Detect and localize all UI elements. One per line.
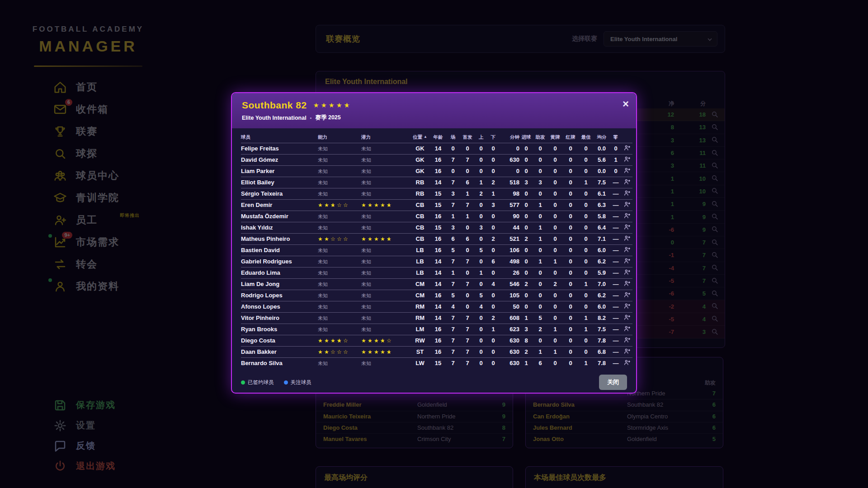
player-row[interactable]: Ishak Yıldız未知未知CB15303044010006.4— <box>241 222 632 233</box>
sub-on: 5 <box>475 290 487 301</box>
minutes: 630 <box>500 335 519 346</box>
minutes: 546 <box>500 278 519 290</box>
player-name: Mustafa Özdemir <box>241 211 318 222</box>
person-add-icon[interactable] <box>623 347 631 356</box>
age: 16 <box>430 290 446 301</box>
starts: 6 <box>460 233 475 244</box>
person-add-icon[interactable] <box>623 325 631 333</box>
person-add-icon[interactable] <box>623 223 631 231</box>
yellow-cards: 0 <box>547 301 563 312</box>
player-action-cell <box>622 335 632 346</box>
apps: 7 <box>446 312 460 324</box>
position: LB <box>410 256 430 267</box>
avg-rating: 6.8 <box>594 346 610 357</box>
motm: 0 <box>578 335 594 346</box>
person-add-icon[interactable] <box>623 302 631 310</box>
starts: 0 <box>460 267 475 278</box>
close-button[interactable]: 关闭 <box>599 375 627 390</box>
player-row[interactable]: Ryan Brooks未知未知LM167701623321017.5— <box>241 324 632 335</box>
player-row[interactable]: Bernardo Silva未知未知LW157700630160017.8— <box>241 357 632 369</box>
ability-rating: 未知 <box>318 324 361 335</box>
person-add-icon[interactable] <box>623 212 631 220</box>
player-name: Elliot Bailey <box>241 177 318 188</box>
minutes: 608 <box>500 312 519 324</box>
close-icon[interactable]: × <box>623 99 629 109</box>
player-row[interactable]: Felipe Freitas未知未知GK1400000000000.00 <box>241 143 632 154</box>
assists: 0 <box>533 188 547 199</box>
player-action-cell <box>622 222 632 233</box>
person-add-icon[interactable] <box>623 155 631 164</box>
col-header-16: 零 <box>610 132 622 143</box>
player-row[interactable]: Gabriel Rodrigues未知未知LB147706498011006.2… <box>241 256 632 267</box>
player-row[interactable]: Diego Costa★★★★☆☆★★★★☆☆RW167700630800007… <box>241 335 632 346</box>
ability-rating: 未知 <box>318 177 361 188</box>
minutes: 623 <box>500 324 519 335</box>
person-add-icon[interactable] <box>623 257 631 265</box>
person-add-icon[interactable] <box>623 189 631 197</box>
age: 14 <box>430 278 446 290</box>
dot-separator: • <box>310 115 312 121</box>
clean-sheets: — <box>610 211 622 222</box>
sub-off: 0 <box>487 357 500 369</box>
starts: 0 <box>460 290 475 301</box>
player-row[interactable]: David Gómez未知未知GK167700630000005.61 <box>241 154 632 165</box>
player-row[interactable]: Daan Bakker★★☆☆☆★★★★★☆ST167700630211006.… <box>241 346 632 357</box>
sub-on: 1 <box>475 177 487 188</box>
player-row[interactable]: Liam Parker未知未知GK1600000000000.00 <box>241 165 632 177</box>
avg-rating: 7.8 <box>594 357 610 369</box>
modal-subtitle: Elite Youth International • 赛季 2025 <box>242 114 626 122</box>
potential-rating: ★★★★☆☆ <box>361 335 410 346</box>
apps: 5 <box>446 290 460 301</box>
player-row[interactable]: Mustafa Özdemir未知未知CB16110090000005.8— <box>241 211 632 222</box>
position: CB <box>410 222 430 233</box>
sub-on: 0 <box>475 211 487 222</box>
person-add-icon[interactable] <box>623 280 631 288</box>
age: 16 <box>430 154 446 165</box>
person-add-icon[interactable] <box>623 359 631 367</box>
ability-rating: 未知 <box>318 278 361 290</box>
player-row[interactable]: Afonso Lopes未知未知RM14404050000006.0— <box>241 301 632 312</box>
avg-rating: 7.5 <box>594 324 610 335</box>
clean-sheets: — <box>610 222 622 233</box>
person-add-icon[interactable] <box>623 167 631 175</box>
avg-rating: 7.8 <box>594 335 610 346</box>
player-row[interactable]: Rodrigo Lopes未知未知CM165050105000006.2— <box>241 290 632 301</box>
potential-rating: 未知 <box>361 177 410 188</box>
person-add-icon[interactable] <box>623 201 631 209</box>
person-add-icon[interactable] <box>623 144 631 152</box>
player-row[interactable]: Eduardo Lima未知未知LB14101026000005.9— <box>241 267 632 278</box>
person-add-icon[interactable] <box>623 178 631 186</box>
player-row[interactable]: Eren Demir★★★☆☆☆★★★★★☆CB157703577010006.… <box>241 199 632 211</box>
motm: 0 <box>578 244 594 256</box>
minutes: 106 <box>500 244 519 256</box>
player-name: David Gómez <box>241 154 318 165</box>
ability-rating: 未知 <box>318 256 361 267</box>
goals: 3 <box>519 324 533 335</box>
roster-table-body: Felipe Freitas未知未知GK1400000000000.00Davi… <box>241 143 632 369</box>
person-add-icon[interactable] <box>623 268 631 277</box>
sub-off: 0 <box>487 211 500 222</box>
col-header-6: 首发 <box>460 132 475 143</box>
player-row[interactable]: Liam De Jong未知未知CM147704546202017.0— <box>241 278 632 290</box>
person-add-icon[interactable] <box>623 291 631 299</box>
player-row[interactable]: Bastien David未知未知LB165050106000006.0— <box>241 244 632 256</box>
roster-table-head: 球员能力潜力位置▲年龄场首发上下分钟进球助攻黄牌红牌最佳均分零 <box>241 132 632 143</box>
person-add-icon[interactable] <box>623 336 631 344</box>
roster-table: 球员能力潜力位置▲年龄场首发上下分钟进球助攻黄牌红牌最佳均分零 Felipe F… <box>241 132 632 369</box>
sub-on: 0 <box>475 335 487 346</box>
player-row[interactable]: Matheus Pinheiro★★☆☆☆★★★★★☆CB16660252121… <box>241 233 632 244</box>
position: RM <box>410 301 430 312</box>
assists: 1 <box>533 256 547 267</box>
player-name: Sérgio Teixeira <box>241 188 318 199</box>
clean-sheets: — <box>610 312 622 324</box>
person-add-icon[interactable] <box>623 246 631 254</box>
player-row[interactable]: Sérgio Teixeira未知未知RB15312198000006.1— <box>241 188 632 199</box>
assists: 1 <box>533 222 547 233</box>
minutes: 90 <box>500 211 519 222</box>
player-row[interactable]: Elliot Bailey未知未知RB147612518330017.5— <box>241 177 632 188</box>
sub-off: 0 <box>487 335 500 346</box>
person-add-icon[interactable] <box>623 314 631 322</box>
motm: 0 <box>578 165 594 177</box>
person-add-icon[interactable] <box>623 235 631 243</box>
player-row[interactable]: Vitor Pinheiro未知未知RM147702608150018.2— <box>241 312 632 324</box>
